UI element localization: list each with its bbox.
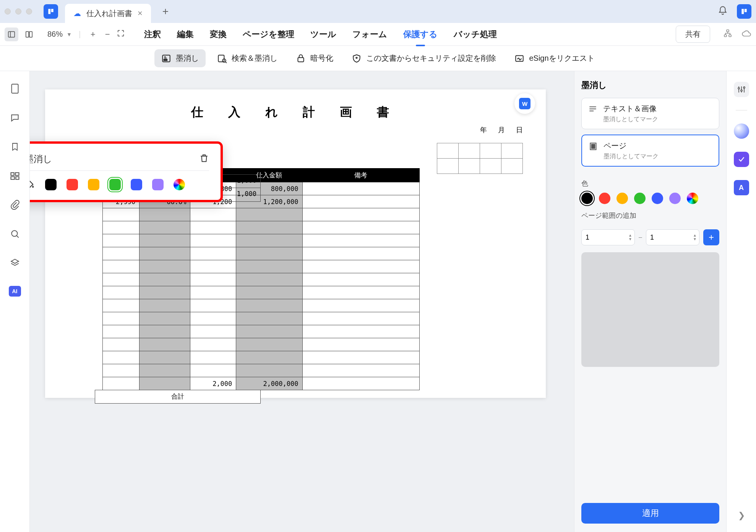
color-orange[interactable] <box>88 179 99 190</box>
color-blue[interactable] <box>131 179 142 190</box>
menu-protect[interactable]: 保護する <box>403 29 438 40</box>
svg-rect-6 <box>26 31 29 37</box>
thumbnails-icon[interactable] <box>9 83 21 95</box>
bookmarks-icon[interactable] <box>9 141 21 153</box>
panel-color-custom[interactable] <box>687 193 698 204</box>
color-label: 色 <box>581 179 719 188</box>
remove-security-tool[interactable]: この文書からセキュリティ設定を削除 <box>345 49 503 67</box>
tasks-icon[interactable] <box>734 152 749 167</box>
menu-tools[interactable]: ツール <box>310 29 336 40</box>
svg-rect-8 <box>727 30 729 32</box>
panel-color-blue[interactable] <box>652 193 663 204</box>
panel-title: 墨消し <box>581 79 719 91</box>
menu-organize[interactable]: ページを整理 <box>243 29 294 40</box>
panel-color-black[interactable] <box>581 193 593 204</box>
cloud-icon: ☁ <box>73 9 81 18</box>
panel-color-green[interactable] <box>634 193 646 204</box>
panel-color-orange[interactable] <box>616 193 628 204</box>
export-word-badge[interactable]: W <box>514 93 535 114</box>
adjust-icon[interactable] <box>734 82 749 97</box>
svg-rect-0 <box>48 9 50 14</box>
svg-rect-9 <box>724 35 727 37</box>
translate-icon[interactable]: A <box>734 180 749 195</box>
fit-icon[interactable] <box>117 29 125 39</box>
window-controls[interactable] <box>5 8 32 15</box>
svg-rect-4 <box>8 31 15 37</box>
two-page-toggle[interactable] <box>22 28 36 41</box>
color-purple[interactable] <box>152 179 164 190</box>
attachments-icon[interactable] <box>9 199 21 211</box>
menu-edit[interactable]: 編集 <box>177 29 194 40</box>
menu-form[interactable]: フォーム <box>352 29 387 40</box>
ai-assistant-icon[interactable] <box>734 123 749 139</box>
layers-icon[interactable] <box>9 257 21 269</box>
properties-panel: 墨消し テキスト＆画像 墨消しとしてマーク ページ 墨消しとしてマーク 色 ペ <box>574 71 726 532</box>
panel-color-red[interactable] <box>599 193 610 204</box>
new-tab-button[interactable]: + <box>162 5 169 18</box>
color-green[interactable] <box>109 179 121 190</box>
svg-rect-16 <box>298 57 304 62</box>
mode-page[interactable]: ページ 墨消しとしてマーク <box>581 135 719 167</box>
zoom-in-button[interactable]: + <box>88 29 98 39</box>
svg-point-37 <box>743 87 745 88</box>
zoom-value: 86% <box>47 30 63 39</box>
trash-icon[interactable] <box>199 153 209 165</box>
svg-rect-1 <box>51 9 54 12</box>
left-rail: AI <box>0 71 30 532</box>
svg-rect-3 <box>745 9 747 12</box>
esign-tool[interactable]: eSignをリクエスト <box>508 49 601 67</box>
svg-rect-24 <box>16 177 19 179</box>
protect-toolbar: 墨消し 検索＆墨消し 暗号化 この文書からセキュリティ設定を削除 eSignをリ… <box>0 46 756 71</box>
search-redact-tool[interactable]: 検索＆墨消し <box>210 49 284 67</box>
mode-text-image[interactable]: テキスト＆画像 墨消しとしてマーク <box>581 98 719 129</box>
svg-point-35 <box>738 88 740 89</box>
search-icon[interactable] <box>9 228 21 240</box>
total-label: 合計 <box>95 390 261 404</box>
range-to-input[interactable]: ▲▼ <box>646 229 699 245</box>
svg-line-15 <box>226 62 227 63</box>
svg-rect-22 <box>15 173 19 175</box>
range-from-input[interactable]: ▲▼ <box>581 229 635 245</box>
svg-line-26 <box>16 235 18 237</box>
color-black[interactable] <box>45 179 57 190</box>
brand-icon[interactable] <box>737 4 751 19</box>
color-red[interactable] <box>67 179 78 190</box>
chevron-down-icon[interactable]: ▼ <box>67 31 72 37</box>
date-row: 年 月 日 <box>53 125 538 135</box>
encrypt-tool[interactable]: 暗号化 <box>289 49 340 67</box>
svg-rect-10 <box>729 35 731 37</box>
cloud-sync-icon[interactable] <box>741 29 751 40</box>
menu-batch[interactable]: バッチ処理 <box>454 29 497 40</box>
close-tab-icon[interactable]: × <box>138 8 143 18</box>
color-custom[interactable] <box>174 179 185 190</box>
svg-point-36 <box>741 90 742 91</box>
document-canvas[interactable]: W 仕 入 れ 計 画 書 年 月 日 メンズジーンズ 販売価格 粗利 <box>30 71 574 532</box>
zoom-out-button[interactable]: − <box>102 29 113 39</box>
fields-icon[interactable] <box>9 170 21 182</box>
fill-icon[interactable] <box>30 178 35 191</box>
left-panel-toggle[interactable] <box>5 28 18 41</box>
app-icon[interactable] <box>44 4 58 19</box>
menubar: 86% ▼ | + − 注釈 編集 変換 ページを整理 ツール フォーム 保護す… <box>0 23 756 46</box>
panel-color-purple[interactable] <box>669 193 681 204</box>
svg-rect-13 <box>219 55 224 62</box>
range-label: ページ範囲の追加 <box>581 211 719 220</box>
main-menu: 注釈 編集 変換 ページを整理 ツール フォーム 保護する バッチ処理 <box>144 29 497 40</box>
zoom-control[interactable]: 86% ▼ | + − <box>47 29 125 39</box>
notification-icon[interactable] <box>718 6 728 17</box>
menu-annotate[interactable]: 注釈 <box>144 29 161 40</box>
sitemap-icon[interactable] <box>723 29 732 40</box>
apply-button[interactable]: 適用 <box>581 503 719 524</box>
share-button[interactable]: 共有 <box>676 26 710 43</box>
comments-icon[interactable] <box>9 112 21 124</box>
popup-title: 墨消し <box>30 153 52 165</box>
document-tab[interactable]: ☁ 仕入れ計画書 × <box>65 4 151 23</box>
add-range-button[interactable]: + <box>703 229 719 245</box>
collapse-rail-icon[interactable]: ❯ <box>738 511 745 521</box>
svg-rect-12 <box>164 59 167 60</box>
redact-tool[interactable]: 墨消し <box>154 49 206 67</box>
menu-convert[interactable]: 変換 <box>210 29 227 40</box>
svg-rect-7 <box>29 31 32 37</box>
svg-rect-31 <box>592 144 595 149</box>
ai-icon[interactable]: AI <box>9 286 21 297</box>
